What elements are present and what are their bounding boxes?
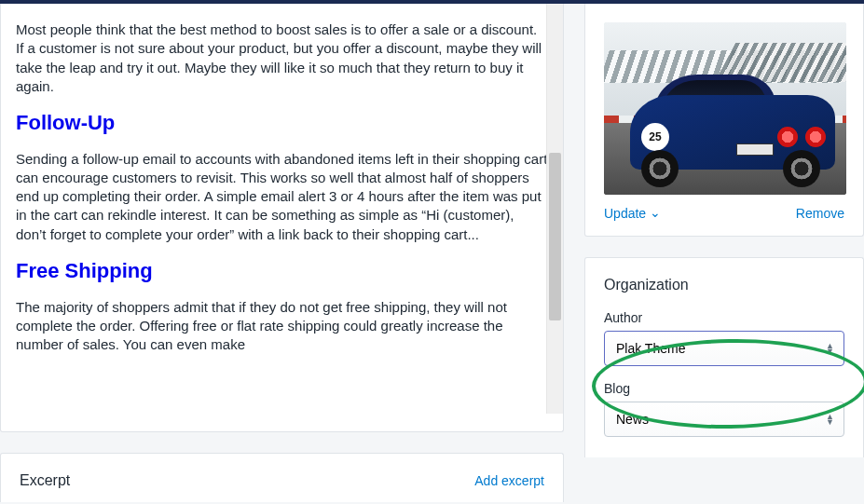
add-excerpt-link[interactable]: Add excerpt	[474, 473, 544, 488]
editor-paragraph[interactable]: Sending a follow-up email to accounts wi…	[16, 150, 548, 244]
author-field: Author Plak Theme ▲▼	[604, 310, 844, 366]
organization-card: Organization Author Plak Theme ▲▼ Blog N…	[584, 257, 864, 457]
editor-paragraph[interactable]: The majority of shoppers admit that if t…	[16, 298, 548, 355]
content-editor-card: Most people think that the best method t…	[0, 4, 564, 432]
excerpt-card: Excerpt Add excerpt	[0, 453, 564, 502]
image-wheel	[783, 150, 820, 187]
editor-paragraph[interactable]: Most people think that the best method t…	[16, 20, 548, 96]
blog-field: Blog News ▲▼	[604, 381, 844, 437]
image-wheel	[641, 150, 679, 187]
blog-select[interactable]: News ▲▼	[604, 402, 844, 437]
image-taillight	[777, 127, 798, 147]
author-select[interactable]: Plak Theme ▲▼	[604, 331, 844, 366]
update-image-link[interactable]: Update⌄	[604, 206, 661, 221]
author-label: Author	[604, 310, 844, 325]
editor-heading-freeshipping[interactable]: Free Shipping	[16, 257, 548, 285]
excerpt-title: Excerpt	[20, 472, 70, 489]
image-taillight	[805, 127, 826, 147]
author-select-value: Plak Theme	[616, 341, 685, 356]
main-column: Most people think that the best method t…	[0, 4, 564, 502]
editor-heading-followup[interactable]: Follow-Up	[16, 109, 548, 137]
update-image-label: Update	[604, 206, 646, 221]
side-column: 25 Update⌄ Remove Organization Author Pl…	[584, 4, 864, 502]
select-caret-icon: ▲▼	[826, 414, 834, 425]
chevron-down-icon: ⌄	[650, 205, 661, 220]
content-editor[interactable]: Most people think that the best method t…	[1, 4, 563, 414]
featured-image-actions: Update⌄ Remove	[604, 206, 844, 221]
featured-image-thumbnail[interactable]: 25	[604, 22, 846, 195]
featured-image-card: 25 Update⌄ Remove	[584, 4, 864, 237]
page-layout: Most people think that the best method t…	[0, 4, 864, 502]
blog-label: Blog	[604, 381, 844, 396]
select-caret-icon: ▲▼	[826, 343, 834, 354]
organization-title: Organization	[604, 277, 844, 293]
image-license-plate	[736, 143, 774, 156]
remove-image-link[interactable]: Remove	[796, 206, 844, 221]
editor-scrollbar-track[interactable]	[546, 4, 563, 414]
image-car-number: 25	[641, 123, 669, 151]
content-editor-text[interactable]: Most people think that the best method t…	[1, 4, 563, 386]
blog-select-value: News	[616, 412, 649, 427]
editor-scrollbar-thumb[interactable]	[549, 153, 561, 320]
